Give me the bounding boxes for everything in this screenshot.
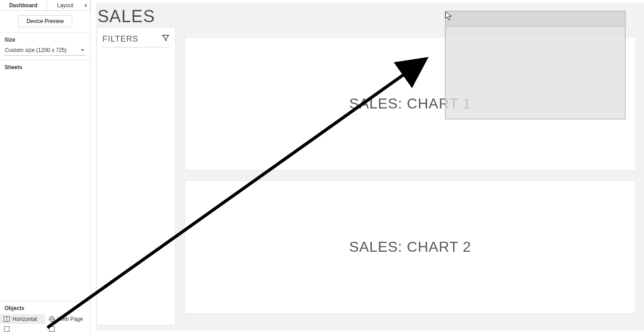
object-horizontal-label: Horizontal <box>13 316 37 322</box>
size-dropdown[interactable]: Custom size (1200 x 725) <box>4 46 87 56</box>
object-webpage-label: Web Page <box>58 316 83 322</box>
square-icon <box>49 326 55 332</box>
sheets-header: Sheets <box>0 61 90 73</box>
floating-container-header[interactable] <box>445 11 625 27</box>
filters-label: FILTERS <box>102 34 139 44</box>
horizontal-container-icon <box>4 316 10 322</box>
filters-header: FILTERS <box>102 34 170 47</box>
sheets-section: Sheets <box>0 60 90 73</box>
sort-icon <box>84 4 87 7</box>
object-placeholder-right[interactable] <box>45 324 90 334</box>
floating-horizontal-container[interactable] <box>445 11 625 119</box>
object-webpage[interactable]: Web Page <box>45 314 90 324</box>
device-preview-row: Device Preview <box>0 11 90 33</box>
object-horizontal[interactable]: Horizontal <box>0 314 45 324</box>
objects-header: Objects <box>0 301 90 314</box>
chevron-down-icon <box>81 49 84 51</box>
sidebar-tabs: Dashboard Layout <box>0 0 90 11</box>
size-header: Size <box>0 33 90 46</box>
svg-rect-6 <box>50 327 55 332</box>
filters-panel[interactable]: FILTERS <box>97 27 176 325</box>
svg-rect-5 <box>5 327 9 332</box>
tab-dashboard-label: Dashboard <box>9 2 37 9</box>
device-preview-button[interactable]: Device Preview <box>18 15 73 27</box>
tab-layout-label: Layout <box>57 2 73 9</box>
tab-dashboard[interactable]: Dashboard <box>0 0 47 10</box>
filter-icon <box>162 34 170 44</box>
object-placeholder-left[interactable] <box>0 324 45 334</box>
left-sidebar: Dashboard Layout Device Preview Size Cus… <box>0 0 91 334</box>
device-preview-label: Device Preview <box>27 18 64 24</box>
chart-2-tile[interactable]: SALES: CHART 2 <box>185 180 636 314</box>
objects-section: Objects Horizontal <box>0 301 90 334</box>
size-value: Custom size (1200 x 725) <box>5 47 67 53</box>
square-icon <box>4 326 10 332</box>
globe-icon <box>49 316 55 322</box>
tab-layout[interactable]: Layout <box>47 0 90 10</box>
chart-2-label: SALES: CHART 2 <box>349 239 472 255</box>
